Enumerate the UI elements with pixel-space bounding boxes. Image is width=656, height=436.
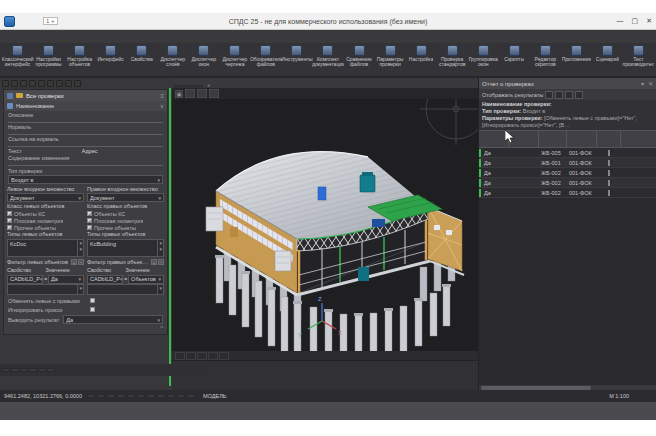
value-dropdown[interactable]: Объектов▾ bbox=[128, 275, 164, 284]
new-document-button[interactable]: + bbox=[204, 82, 214, 88]
ribbon-button[interactable]: Приложения bbox=[561, 44, 592, 63]
ribbon-button[interactable]: Интерфейс bbox=[95, 44, 126, 63]
ribbon-button[interactable]: Проверка стандартов bbox=[437, 44, 468, 68]
view-option-chip[interactable] bbox=[209, 89, 219, 98]
view-option-chip[interactable] bbox=[185, 89, 195, 98]
panel-header[interactable]: Все проверки ≡ bbox=[4, 90, 167, 101]
status-toggle[interactable] bbox=[137, 394, 145, 398]
check-type-dropdown[interactable]: Входит в▾ bbox=[8, 175, 163, 184]
ribbon-button[interactable]: Группировка окон bbox=[468, 44, 499, 68]
table-row[interactable]: Да ЖБ-001 001-ФОК bbox=[479, 158, 656, 168]
document-tab[interactable] bbox=[189, 85, 203, 88]
ribbon-button[interactable]: Настройки программы bbox=[33, 44, 64, 68]
status-toggle[interactable] bbox=[157, 394, 165, 398]
dock-tab[interactable] bbox=[29, 368, 37, 372]
decision-checkbox[interactable] bbox=[608, 150, 610, 156]
status-toggle[interactable] bbox=[117, 394, 125, 398]
ribbon-button[interactable]: Классический интерфейс bbox=[2, 44, 33, 68]
dock-tab[interactable] bbox=[47, 368, 55, 372]
report-column-header[interactable] bbox=[539, 131, 567, 147]
layout-tab[interactable] bbox=[175, 352, 185, 360]
panel-menu-icon[interactable]: ▾ bbox=[641, 80, 644, 87]
ribbon-button[interactable]: Комплект документации bbox=[312, 44, 343, 68]
model-canvas[interactable]: Z X Y bbox=[172, 99, 478, 351]
ribbon-button[interactable]: Инструменты bbox=[281, 44, 312, 63]
panel-close-icon[interactable]: ✕ bbox=[648, 80, 653, 87]
layout-tab[interactable] bbox=[208, 352, 218, 360]
add-filter-button[interactable]: + bbox=[151, 259, 157, 265]
model-space-label[interactable]: МОДЕЛЬ bbox=[203, 393, 226, 399]
value-dropdown[interactable]: Да▾ bbox=[48, 275, 84, 284]
remove-filter-button[interactable]: − bbox=[78, 259, 84, 265]
checkbox[interactable] bbox=[87, 225, 92, 230]
status-toggle[interactable] bbox=[87, 394, 95, 398]
remove-filter-button[interactable]: − bbox=[158, 259, 164, 265]
status-toggle[interactable] bbox=[147, 394, 155, 398]
status-toggle[interactable] bbox=[167, 394, 175, 398]
checkbox[interactable] bbox=[7, 211, 12, 216]
panel-resize-indicator[interactable] bbox=[169, 88, 171, 386]
dock-tab[interactable] bbox=[2, 368, 10, 372]
property-dropdown[interactable]: CADbILD_P▾ bbox=[87, 275, 123, 284]
layout-tab[interactable] bbox=[197, 352, 207, 360]
report-column-header[interactable] bbox=[621, 131, 655, 147]
checkbox[interactable] bbox=[87, 211, 92, 216]
command-line[interactable] bbox=[172, 360, 478, 390]
checkbox[interactable] bbox=[7, 218, 12, 223]
text-value[interactable]: Адрес bbox=[82, 148, 98, 154]
decision-checkbox[interactable] bbox=[608, 170, 610, 176]
add-filter-button[interactable]: + bbox=[71, 259, 77, 265]
table-row[interactable]: Да ЖБ-002 001-ФОК bbox=[479, 178, 656, 188]
filter-list[interactable]: ▾ bbox=[7, 284, 84, 295]
section-name[interactable]: Наименование ∨ bbox=[4, 101, 167, 111]
document-tab[interactable] bbox=[174, 85, 188, 88]
ribbon-button[interactable]: Настройка объектов bbox=[64, 44, 95, 68]
filter-list[interactable]: ▾ bbox=[87, 284, 164, 295]
report-panel-header[interactable]: Отчет о проверках ▾ ✕ bbox=[479, 78, 656, 89]
report-column-header[interactable] bbox=[597, 131, 621, 147]
view-mode-icon[interactable]: ▣ bbox=[175, 90, 183, 98]
ribbon-button[interactable]: Скрипты bbox=[499, 44, 530, 63]
output-dropdown[interactable]: Да▾ bbox=[63, 315, 163, 324]
layout-tab[interactable] bbox=[219, 352, 229, 360]
ribbon-button[interactable]: Редактор скриптов bbox=[530, 44, 561, 68]
types-listbox[interactable]: KcDoc ▾▾ bbox=[7, 239, 84, 257]
status-toggle[interactable] bbox=[127, 394, 135, 398]
ribbon-button[interactable]: Тест производительности bbox=[623, 44, 654, 68]
checkbox[interactable] bbox=[7, 225, 12, 230]
decision-checkbox[interactable] bbox=[608, 180, 610, 186]
ribbon-button[interactable]: Настройка bbox=[406, 44, 437, 63]
layout-tab[interactable] bbox=[186, 352, 196, 360]
table-row[interactable]: Да ЖБ-002 001-ФОК bbox=[479, 188, 656, 198]
panel-collapse-arrow[interactable]: ^ bbox=[4, 325, 167, 331]
decision-checkbox[interactable] bbox=[608, 160, 610, 166]
dock-tab[interactable] bbox=[11, 368, 19, 372]
checkbox[interactable] bbox=[87, 218, 92, 223]
ribbon-button[interactable]: Диспетчер слоёв bbox=[157, 44, 188, 68]
listbox-buttons[interactable]: ▾▾ bbox=[77, 240, 83, 256]
ribbon-button[interactable]: Сценарий bbox=[592, 44, 623, 63]
checkbox[interactable] bbox=[90, 307, 95, 312]
view-option-chip[interactable] bbox=[197, 89, 207, 98]
ribbon-button[interactable]: Обозреватель файлов bbox=[250, 44, 281, 68]
checkbox[interactable] bbox=[90, 298, 95, 303]
status-toggle[interactable] bbox=[107, 394, 115, 398]
types-listbox[interactable]: KcBuilding ▾▾ bbox=[87, 239, 164, 257]
ribbon-button[interactable]: Диспетчер чертежа bbox=[219, 44, 250, 68]
table-row[interactable]: Да ЖБ-005 001-ФОК bbox=[479, 148, 656, 158]
scale-indicator[interactable]: М 1:100 bbox=[609, 393, 629, 399]
ribbon-button[interactable]: Диспетчер окон bbox=[188, 44, 219, 68]
status-toggle[interactable] bbox=[177, 394, 185, 398]
status-toggle[interactable] bbox=[97, 394, 105, 398]
property-dropdown[interactable]: CADbILD_P▾ bbox=[7, 275, 43, 284]
dock-tab[interactable] bbox=[38, 368, 46, 372]
document-dropdown[interactable]: Документ▾ bbox=[87, 193, 164, 202]
minimize-button[interactable]: — bbox=[617, 17, 624, 25]
document-dropdown[interactable]: Документ▾ bbox=[7, 193, 84, 202]
status-toggle[interactable] bbox=[187, 394, 195, 398]
ribbon-button[interactable]: Свойства bbox=[126, 44, 157, 63]
close-button[interactable]: ✕ bbox=[646, 17, 652, 25]
ribbon-button[interactable]: Сравнение файлов bbox=[344, 44, 375, 68]
decision-checkbox[interactable] bbox=[608, 190, 610, 196]
dock-tab[interactable] bbox=[20, 368, 28, 372]
